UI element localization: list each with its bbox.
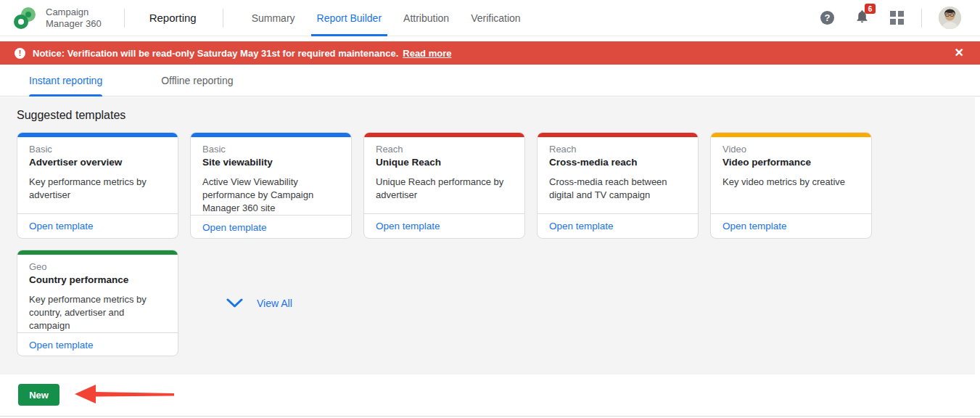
section-title: Suggested templates — [17, 109, 980, 122]
template-card[interactable]: Basic Site viewability Active View Viewa… — [190, 132, 352, 239]
tab-report-builder[interactable]: Report Builder — [314, 0, 385, 36]
notice-banner: ! Notice: Verification will be read-only… — [0, 41, 980, 65]
header-tabs: Summary Report Builder Attribution Verif… — [241, 0, 532, 36]
open-template-link[interactable]: Open template — [376, 221, 440, 231]
card-category: Reach — [376, 144, 513, 155]
open-template-link[interactable]: Open template — [29, 221, 94, 231]
product-name: Campaign Manager 360 — [46, 7, 102, 30]
header-actions: ? 6 — [820, 7, 980, 29]
template-card[interactable]: Basic Advertiser overview Key performanc… — [17, 132, 178, 239]
card-title: Country performance — [29, 274, 166, 285]
templates-section: Suggested templates Basic Advertiser ove… — [0, 97, 980, 374]
tab-instant-reporting[interactable]: Instant reporting — [29, 65, 102, 97]
tab-offline-reporting[interactable]: Offline reporting — [161, 65, 233, 97]
header-divider — [124, 9, 125, 28]
header-divider — [921, 9, 922, 28]
view-all-label: View All — [257, 298, 292, 309]
page-bottom-divider — [0, 416, 980, 417]
read-more-link[interactable]: Read more — [403, 48, 451, 59]
tab-verification[interactable]: Verification — [468, 0, 523, 36]
new-report-button[interactable]: New — [18, 384, 59, 406]
notification-badge: 6 — [865, 4, 876, 14]
card-footer: Open template — [17, 213, 178, 238]
app-logo[interactable]: Campaign Manager 360 — [12, 5, 102, 31]
card-title: Advertiser overview — [29, 157, 166, 168]
notice-text: Notice: Verification will be read-only S… — [33, 48, 398, 59]
user-photo — [939, 7, 961, 29]
card-description: Key performance metrics by country, adve… — [29, 293, 166, 332]
help-icon[interactable]: ? — [820, 11, 834, 25]
avatar[interactable] — [939, 7, 961, 29]
open-template-link[interactable]: Open template — [29, 340, 94, 351]
card-footer: Open template — [17, 332, 178, 356]
card-body: Basic Site viewability Active View Viewa… — [191, 137, 351, 215]
card-title: Unique Reach — [376, 157, 513, 168]
card-category: Basic — [202, 144, 339, 155]
reporting-subtabs: Instant reporting Offline reporting — [0, 65, 980, 97]
card-category: Geo — [29, 261, 166, 272]
notifications-button[interactable]: 6 — [855, 9, 870, 27]
template-card-row: Geo Country performance Key performance … — [17, 250, 980, 356]
tab-attribution[interactable]: Attribution — [400, 0, 452, 36]
template-card-row: Basic Advertiser overview Key performanc… — [17, 132, 980, 239]
card-body: Geo Country performance Key performance … — [17, 255, 178, 332]
card-body: Reach Unique Reach Unique Reach performa… — [364, 137, 524, 213]
campaign-manager-logo-icon — [12, 5, 38, 31]
card-footer: Open template — [538, 213, 698, 238]
card-description: Active View Viewability performance by C… — [202, 176, 339, 215]
scrollbar-gutter — [975, 97, 980, 374]
card-title: Video performance — [722, 157, 860, 168]
footer-bar: New — [0, 374, 980, 416]
app-header: Campaign Manager 360 Reporting Summary R… — [0, 0, 980, 36]
open-template-link[interactable]: Open template — [722, 221, 787, 231]
template-card[interactable]: Reach Unique Reach Unique Reach performa… — [363, 132, 525, 239]
header-divider — [223, 9, 223, 28]
view-all-button[interactable]: View All — [226, 298, 292, 309]
card-footer: Open template — [364, 213, 524, 238]
card-category: Video — [722, 144, 860, 155]
card-description: Key performance metrics by advertiser — [29, 176, 166, 202]
header-section-label: Reporting — [149, 12, 197, 24]
card-description: Unique Reach performance by advertiser — [376, 176, 513, 202]
close-icon[interactable]: ✕ — [955, 47, 964, 59]
card-body: Video Video performance Key video metric… — [711, 137, 871, 213]
open-template-link[interactable]: Open template — [549, 221, 614, 231]
card-footer: Open template — [191, 215, 351, 239]
open-template-link[interactable]: Open template — [202, 222, 267, 233]
card-title: Site viewability — [202, 157, 339, 168]
chevron-down-icon — [226, 298, 243, 308]
tab-summary[interactable]: Summary — [249, 0, 298, 36]
template-card[interactable]: Reach Cross-media reach Cross-media reac… — [537, 132, 699, 239]
card-footer: Open template — [711, 213, 871, 238]
card-title: Cross-media reach — [549, 157, 686, 168]
template-card[interactable]: Geo Country performance Key performance … — [17, 250, 178, 356]
card-body: Reach Cross-media reach Cross-media reac… — [538, 137, 698, 213]
card-description: Key video metrics by creative — [722, 176, 860, 189]
template-card[interactable]: Video Video performance Key video metric… — [710, 132, 872, 239]
card-category: Basic — [29, 144, 166, 155]
card-category: Reach — [549, 144, 686, 155]
apps-grid-icon[interactable] — [890, 11, 904, 25]
card-body: Basic Advertiser overview Key performanc… — [17, 137, 178, 213]
alert-icon: ! — [15, 48, 25, 59]
card-description: Cross-media reach between digital and TV… — [549, 176, 686, 202]
